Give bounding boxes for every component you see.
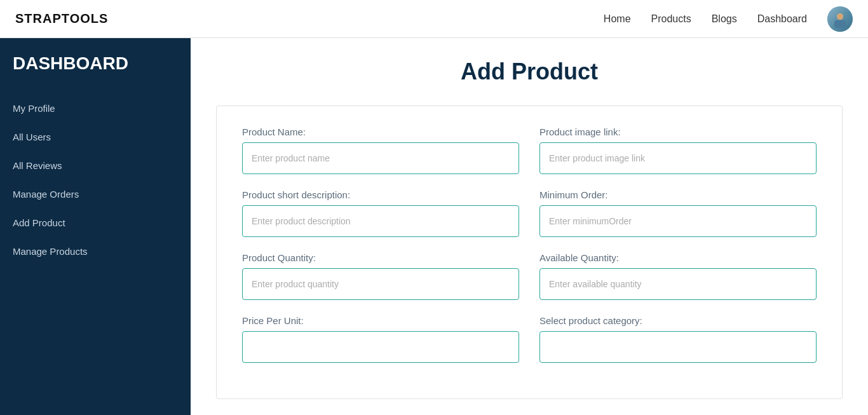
form-group-minimum-order: Minimum Order: — [539, 189, 817, 237]
sidebar-item-my-profile[interactable]: My Profile — [0, 94, 191, 123]
minimum-order-input[interactable] — [539, 205, 817, 237]
form-group-product-description: Product short description: — [242, 189, 519, 237]
product-name-label: Product Name: — [242, 126, 519, 137]
product-image-link-label: Product image link: — [539, 126, 817, 137]
form-row-1: Product Name: Product image link: — [242, 126, 817, 174]
available-quantity-label: Available Quantity: — [539, 252, 817, 263]
sidebar-item-all-reviews[interactable]: All Reviews — [0, 151, 191, 180]
form-row-3: Product Quantity: Available Quantity: — [242, 252, 817, 300]
minimum-order-label: Minimum Order: — [539, 189, 817, 200]
header: STRAPTOOLS Home Products Blogs Dashboard — [0, 0, 868, 38]
main-nav: Home Products Blogs Dashboard — [604, 6, 853, 32]
product-quantity-input[interactable] — [242, 268, 519, 300]
product-category-label: Select product category: — [539, 315, 817, 326]
avatar-image — [827, 6, 853, 32]
logo: STRAPTOOLS — [15, 11, 108, 26]
product-quantity-label: Product Quantity: — [242, 252, 519, 263]
product-description-input[interactable] — [242, 205, 519, 237]
svg-point-2 — [837, 13, 843, 20]
form-group-product-quantity: Product Quantity: — [242, 252, 519, 300]
form-group-product-image-link: Product image link: — [539, 126, 817, 174]
sidebar-item-manage-orders[interactable]: Manage Orders — [0, 180, 191, 208]
svg-rect-3 — [834, 20, 846, 28]
sidebar-item-manage-products[interactable]: Manage Products — [0, 237, 191, 266]
form-group-price-per-unit: Price Per Unit: — [242, 315, 519, 363]
product-category-input[interactable] — [539, 331, 817, 363]
price-per-unit-label: Price Per Unit: — [242, 315, 519, 326]
nav-blogs[interactable]: Blogs — [712, 13, 737, 25]
sidebar-title: DASHBOARD — [0, 53, 191, 94]
sidebar-item-add-product[interactable]: Add Product — [0, 208, 191, 237]
avatar[interactable] — [827, 6, 853, 32]
product-name-input[interactable] — [242, 142, 519, 174]
sidebar-item-all-users[interactable]: All Users — [0, 123, 191, 151]
add-product-form: Product Name: Product image link: Produc… — [216, 105, 843, 399]
page-title: Add Product — [216, 58, 843, 85]
main-layout: DASHBOARD My Profile All Users All Revie… — [0, 38, 868, 415]
price-per-unit-input[interactable] — [242, 331, 519, 363]
form-row-4: Price Per Unit: Select product category: — [242, 315, 817, 363]
main-content: Add Product Product Name: Product image … — [191, 38, 868, 415]
nav-dashboard[interactable]: Dashboard — [757, 13, 807, 25]
nav-home[interactable]: Home — [604, 13, 631, 25]
form-group-available-quantity: Available Quantity: — [539, 252, 817, 300]
nav-products[interactable]: Products — [651, 13, 691, 25]
product-image-link-input[interactable] — [539, 142, 817, 174]
product-description-label: Product short description: — [242, 189, 519, 200]
form-row-2: Product short description: Minimum Order… — [242, 189, 817, 237]
sidebar: DASHBOARD My Profile All Users All Revie… — [0, 38, 191, 415]
available-quantity-input[interactable] — [539, 268, 817, 300]
form-group-product-category: Select product category: — [539, 315, 817, 363]
form-group-product-name: Product Name: — [242, 126, 519, 174]
